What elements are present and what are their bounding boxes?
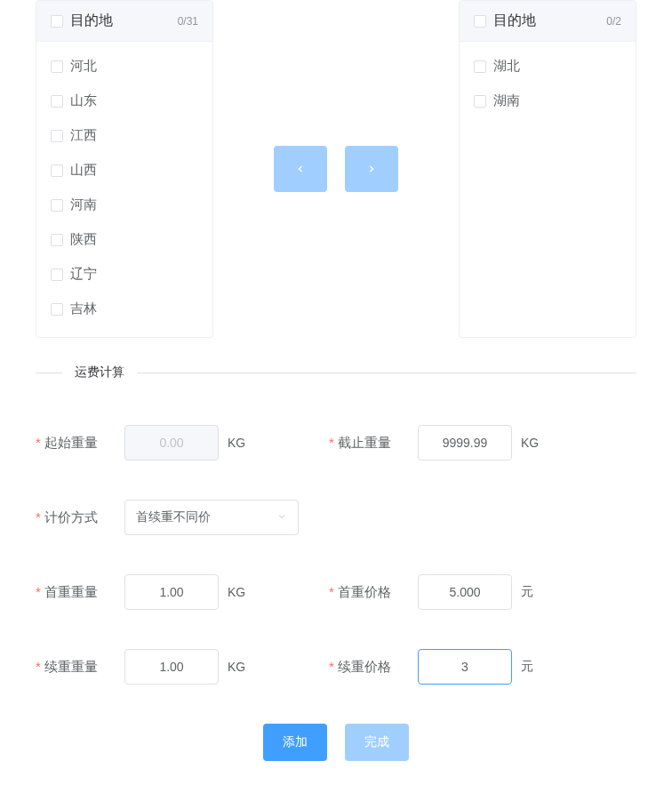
add-button[interactable]: 添加 <box>263 724 327 761</box>
item-checkbox[interactable] <box>474 95 486 108</box>
divider-line <box>36 372 62 373</box>
item-label: 湖南 <box>493 92 520 109</box>
left-panel-title: 目的地 <box>70 12 178 30</box>
pricing-method-value: 首续重不同价 <box>136 509 211 525</box>
list-item[interactable]: 湖北 <box>460 49 636 84</box>
first-price-input[interactable] <box>418 574 512 610</box>
list-item[interactable]: 山西 <box>36 153 212 188</box>
item-label: 河北 <box>70 58 97 75</box>
first-price-label: 首重价格 <box>329 584 418 601</box>
right-panel-header: 目的地 0/2 <box>460 1 636 42</box>
item-checkbox[interactable] <box>51 130 63 142</box>
item-label: 山东 <box>70 92 97 109</box>
item-label: 辽宁 <box>70 266 97 283</box>
start-weight-unit: KG <box>228 436 245 450</box>
right-panel-title: 目的地 <box>493 12 606 30</box>
transfer-right-button[interactable] <box>345 146 398 192</box>
transfer-left-button[interactable] <box>274 146 327 192</box>
chevron-down-icon <box>276 510 287 525</box>
item-checkbox[interactable] <box>51 234 63 246</box>
chevron-left-icon <box>295 164 306 174</box>
list-item[interactable]: 河南 <box>36 188 212 222</box>
end-weight-unit: KG <box>521 436 539 450</box>
start-weight-input <box>124 425 219 461</box>
item-checkbox[interactable] <box>51 164 63 177</box>
item-checkbox[interactable] <box>51 95 63 108</box>
section-divider: 运费计算 <box>0 338 672 389</box>
item-label: 河南 <box>70 196 97 213</box>
start-weight-label: 起始重量 <box>36 435 124 452</box>
transfer-buttons <box>213 146 459 192</box>
chevron-right-icon <box>366 164 377 174</box>
list-item[interactable]: 湖南 <box>460 84 636 118</box>
cont-price-input[interactable] <box>418 649 512 685</box>
item-checkbox[interactable] <box>474 60 486 73</box>
right-panel-body: 湖北湖南 <box>460 42 636 337</box>
list-item[interactable]: 吉林 <box>36 292 212 326</box>
divider-line <box>137 372 636 373</box>
done-button[interactable]: 完成 <box>345 724 409 761</box>
cont-price-label: 续重价格 <box>329 659 418 676</box>
cont-weight-label: 续重重量 <box>36 659 124 676</box>
item-label: 陕西 <box>70 231 97 248</box>
item-label: 吉林 <box>70 300 97 317</box>
end-weight-input[interactable] <box>418 425 512 461</box>
left-select-all-checkbox[interactable] <box>51 15 63 28</box>
item-checkbox[interactable] <box>51 199 63 212</box>
end-weight-label: 截止重量 <box>329 435 418 452</box>
item-label: 湖北 <box>493 58 520 75</box>
right-select-all-checkbox[interactable] <box>474 15 486 28</box>
list-item[interactable]: 辽宁 <box>36 257 212 292</box>
left-panel-count: 0/31 <box>178 15 198 28</box>
pricing-method-label: 计价方式 <box>36 509 124 526</box>
right-panel-count: 0/2 <box>606 15 621 28</box>
section-title: 运费计算 <box>62 364 137 380</box>
first-weight-label: 首重重量 <box>36 584 124 601</box>
pricing-method-select[interactable]: 首续重不同价 <box>124 500 299 535</box>
list-item[interactable]: 江西 <box>36 118 212 153</box>
cont-price-unit: 元 <box>521 659 533 675</box>
item-checkbox[interactable] <box>51 268 63 281</box>
first-price-unit: 元 <box>521 584 533 600</box>
left-panel-header: 目的地 0/31 <box>36 1 212 42</box>
first-weight-input[interactable] <box>124 574 219 610</box>
item-label: 山西 <box>70 162 97 179</box>
left-transfer-panel: 目的地 0/31 河北山东江西山西河南陕西辽宁吉林 <box>36 0 213 338</box>
first-weight-unit: KG <box>228 585 245 599</box>
cont-weight-unit: KG <box>228 660 245 674</box>
list-item[interactable]: 河北 <box>36 49 212 84</box>
right-transfer-panel: 目的地 0/2 湖北湖南 <box>459 0 636 338</box>
left-panel-body: 河北山东江西山西河南陕西辽宁吉林 <box>36 42 212 337</box>
cont-weight-input[interactable] <box>124 649 219 685</box>
item-label: 江西 <box>70 127 97 144</box>
list-item[interactable]: 陕西 <box>36 222 212 257</box>
item-checkbox[interactable] <box>51 303 63 316</box>
item-checkbox[interactable] <box>51 60 63 73</box>
list-item[interactable]: 山东 <box>36 84 212 118</box>
